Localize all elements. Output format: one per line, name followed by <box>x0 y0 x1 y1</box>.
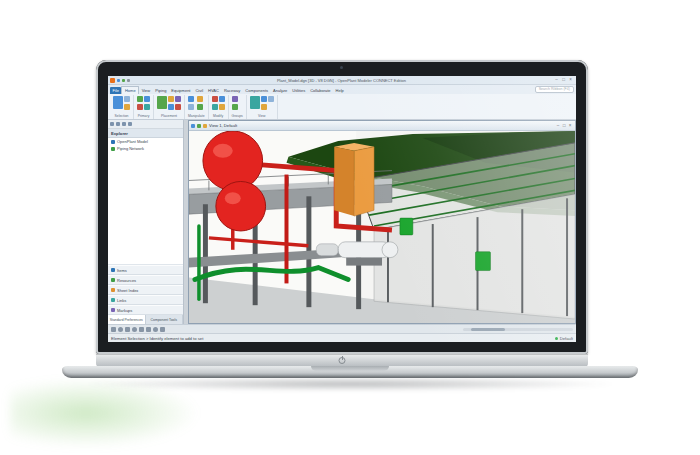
minimize-icon[interactable]: – <box>553 76 560 84</box>
red-pipe-vertical <box>285 175 289 284</box>
fit-view-icon[interactable] <box>111 327 116 332</box>
ribbon-icon[interactable] <box>197 104 203 110</box>
filter-icon[interactable] <box>116 122 120 126</box>
panel-section[interactable]: Links <box>108 295 183 305</box>
tab-civil[interactable]: Civil <box>193 87 206 94</box>
maximize-icon[interactable]: □ <box>560 76 567 84</box>
tab-help[interactable]: Help <box>333 87 346 94</box>
ribbon-icon[interactable] <box>232 104 238 110</box>
page-background: Plant_Model.dgn [3D - V8 DGN] - OpenPlan… <box>0 0 700 455</box>
status-bar: Element Selection > Identify element to … <box>108 333 576 342</box>
view-rotate-icon[interactable] <box>203 124 207 128</box>
view-previous-icon[interactable] <box>153 327 158 332</box>
panel-section[interactable]: Resources <box>108 275 183 285</box>
tab-components[interactable]: Components <box>243 87 271 94</box>
ribbon-icon[interactable] <box>144 104 150 110</box>
tab-analyze[interactable]: Analyze <box>271 87 290 94</box>
ribbon-icon[interactable] <box>268 96 274 102</box>
ribbon-icons <box>113 96 130 111</box>
panel-section[interactable]: Sheet Index <box>108 285 183 295</box>
title-bar: Plant_Model.dgn [3D - V8 DGN] - OpenPlan… <box>108 76 576 85</box>
panel-section[interactable]: Items <box>108 265 183 275</box>
ribbon-group-placement: Placement <box>154 95 185 119</box>
ribbon-group-view: View <box>247 95 278 119</box>
ribbon-icon[interactable] <box>137 96 143 102</box>
model-icon <box>111 140 115 144</box>
ribbon-icon[interactable] <box>124 96 130 102</box>
window-area-icon[interactable] <box>146 327 151 332</box>
tab-file[interactable]: File <box>110 87 121 94</box>
ribbon-icon[interactable] <box>175 96 181 102</box>
scrollbar-thumb[interactable] <box>471 328 505 331</box>
red-tank-lower <box>216 181 266 230</box>
ribbon-icon[interactable] <box>261 96 267 102</box>
ribbon-group-label: Groups <box>232 113 243 119</box>
ribbon-group-label: Manipulate <box>188 113 205 119</box>
redo-icon[interactable] <box>127 79 130 82</box>
panel-tab-component-tools[interactable]: Component Tools <box>146 315 184 324</box>
ribbon-icon[interactable] <box>157 96 167 109</box>
ribbon-icon[interactable] <box>261 104 267 110</box>
ribbon-icon[interactable] <box>188 96 194 102</box>
laptop-shadow <box>80 377 620 391</box>
rotate-view-icon[interactable] <box>118 327 123 332</box>
zoom-in-icon[interactable] <box>132 327 137 332</box>
ribbon-icon[interactable] <box>212 104 218 110</box>
ribbon-icon[interactable] <box>188 104 194 110</box>
view-window-title-bar[interactable]: View 1, Default – □ × <box>189 121 575 131</box>
ribbon-icon[interactable] <box>113 96 123 109</box>
ribbon-icon[interactable] <box>197 96 203 102</box>
view-toolbar <box>108 324 576 333</box>
ribbon-icon[interactable] <box>232 96 238 102</box>
undo-icon[interactable] <box>122 79 125 82</box>
webcam-icon <box>340 66 343 69</box>
pump-motor <box>316 244 338 256</box>
tab-utilities[interactable]: Utilities <box>290 87 308 94</box>
zoom-out-icon[interactable] <box>139 327 144 332</box>
items-icon <box>111 268 115 272</box>
save-icon[interactable] <box>117 79 120 82</box>
ribbon-search-input[interactable]: Search Ribbon (F4) <box>535 86 574 93</box>
active-model-label[interactable]: Default <box>560 336 573 341</box>
piping-icon <box>111 147 115 151</box>
tab-collaborate[interactable]: Collaborate <box>308 87 333 94</box>
ribbon-icon[interactable] <box>168 104 174 110</box>
horizontal-scrollbar[interactable] <box>463 328 573 331</box>
view-menu-icon[interactable] <box>191 124 195 128</box>
tab-equipment[interactable]: Equipment <box>169 87 193 94</box>
tab-hvac[interactable]: HVAC <box>206 87 222 94</box>
panel-section[interactable]: Markups <box>108 305 183 315</box>
ribbon-icon[interactable] <box>219 104 225 110</box>
status-right: Default <box>555 336 573 341</box>
tab-view[interactable]: View <box>139 87 153 94</box>
viewport-3d-canvas[interactable] <box>189 131 575 323</box>
app-logo-icon <box>110 78 115 83</box>
panel-tab-standard-preferences[interactable]: Standard Preferences <box>108 315 146 324</box>
tree-item[interactable]: Piping Network <box>108 145 183 152</box>
search-icon[interactable] <box>122 122 126 126</box>
pump-base <box>346 258 382 266</box>
ribbon-icon[interactable] <box>212 96 218 102</box>
pan-view-icon[interactable] <box>125 327 130 332</box>
green-equipment-unit <box>476 252 491 271</box>
view-display-icon[interactable] <box>197 124 201 128</box>
view-close-icon[interactable]: × <box>567 122 573 130</box>
ribbon-icon[interactable] <box>219 96 225 102</box>
ribbon-icon[interactable] <box>168 96 174 102</box>
ribbon-icon[interactable] <box>175 104 181 110</box>
ribbon-icon[interactable] <box>250 96 260 109</box>
refresh-icon[interactable] <box>110 122 114 126</box>
left-panel: Explorer OpenPlant Model Piping Network … <box>108 120 184 324</box>
tree-item[interactable]: OpenPlant Model <box>108 138 183 145</box>
view-next-icon[interactable] <box>160 327 165 332</box>
settings-icon[interactable] <box>128 122 132 126</box>
tab-piping[interactable]: Piping <box>153 87 169 94</box>
tab-raceway[interactable]: Raceway <box>221 87 242 94</box>
tab-home[interactable]: Home <box>121 86 139 94</box>
ribbon-icon[interactable] <box>137 104 143 110</box>
ribbon-tab-row: File Home View Piping Equipment Civil HV… <box>108 85 576 94</box>
power-button[interactable] <box>339 357 346 364</box>
ribbon-icon[interactable] <box>144 96 150 102</box>
close-icon[interactable]: × <box>567 76 574 84</box>
ribbon-icon[interactable] <box>124 104 130 110</box>
